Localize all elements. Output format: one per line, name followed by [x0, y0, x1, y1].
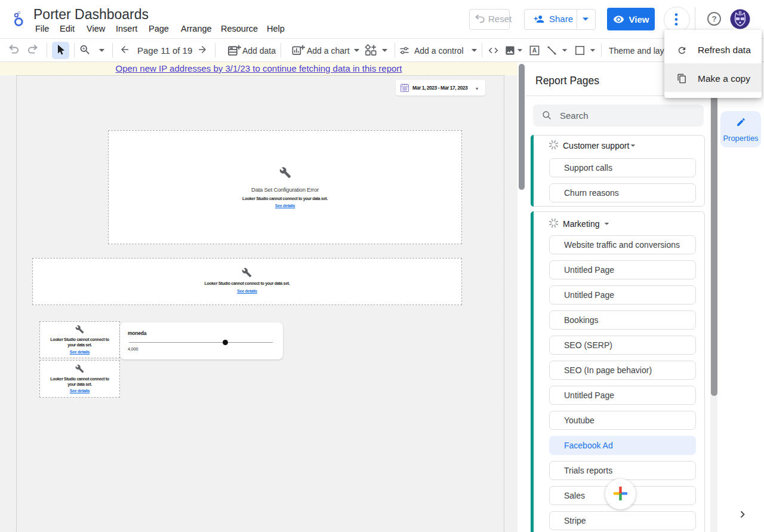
- svg-text:?: ?: [711, 14, 716, 23]
- svg-text:A: A: [532, 47, 537, 54]
